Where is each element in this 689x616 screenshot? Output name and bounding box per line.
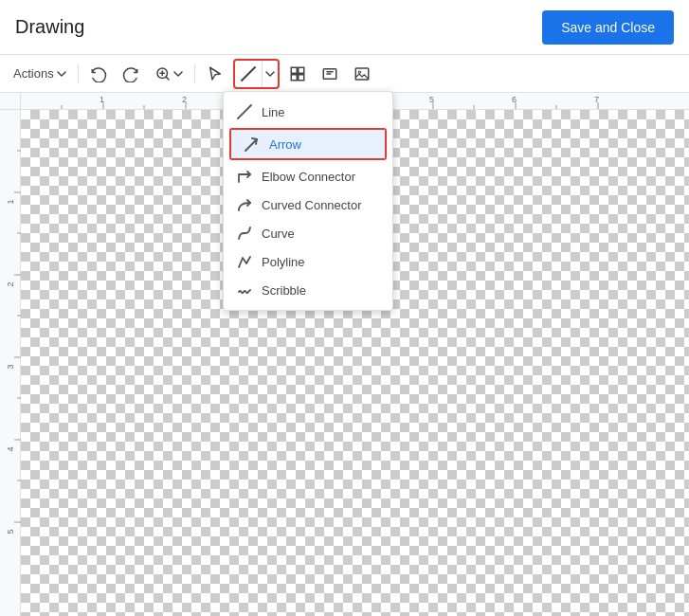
toolbar-divider-2 (194, 64, 195, 83)
svg-text:5: 5 (6, 529, 15, 534)
curved-connector-item-label: Curved Connector (262, 198, 362, 212)
dropdown-item-polyline[interactable]: Polyline (224, 247, 392, 276)
svg-rect-7 (355, 68, 369, 80)
svg-text:1: 1 (6, 199, 15, 204)
line-tool-group (233, 59, 280, 89)
toolbar-divider-1 (78, 64, 79, 83)
line-dropdown-menu: Line Arrow Elbow Con (223, 91, 393, 311)
shapes-icon (289, 65, 306, 82)
line-item-label: Line (262, 105, 285, 119)
actions-label: Actions (13, 66, 54, 81)
curve-icon (237, 226, 252, 241)
save-close-button[interactable]: Save and Close (542, 10, 674, 45)
line-icon (237, 104, 252, 119)
app-title: Drawing (15, 16, 84, 38)
arrow-item-wrapper: Arrow (229, 128, 387, 160)
redo-button[interactable] (117, 60, 145, 88)
svg-line-1 (242, 67, 255, 81)
svg-line-10 (245, 139, 257, 151)
line-diagonal-icon (240, 65, 257, 82)
svg-rect-5 (298, 74, 303, 80)
svg-line-9 (238, 105, 251, 118)
svg-text:6: 6 (512, 95, 517, 104)
zoom-chevron-icon (173, 69, 183, 79)
textbox-button[interactable] (316, 60, 344, 88)
svg-text:4: 4 (6, 446, 15, 451)
toolbar: Actions (0, 55, 689, 93)
elbow-connector-icon (237, 169, 252, 184)
svg-text:5: 5 (429, 95, 434, 104)
svg-text:7: 7 (594, 95, 599, 104)
svg-rect-4 (291, 74, 297, 80)
dropdown-item-arrow[interactable]: Arrow (231, 130, 385, 158)
actions-button[interactable]: Actions (8, 60, 72, 88)
curved-connector-icon (237, 197, 252, 212)
shapes-button[interactable] (283, 60, 312, 88)
svg-text:2: 2 (182, 95, 187, 104)
arrow-item-label: Arrow (269, 137, 301, 152)
redo-icon (122, 65, 139, 82)
undo-button[interactable] (84, 60, 113, 88)
textbox-icon (321, 65, 338, 82)
dropdown-item-curve[interactable]: Curve (224, 219, 392, 247)
actions-chevron-icon (57, 69, 66, 79)
image-icon (354, 65, 371, 82)
dropdown-item-scribble[interactable]: Scribble (224, 276, 392, 304)
dropdown-item-curved-connector[interactable]: Curved Connector (224, 190, 392, 219)
scribble-item-label: Scribble (262, 283, 306, 298)
zoom-icon (154, 65, 172, 82)
vertical-ruler: 1 2 3 4 5 (0, 110, 21, 616)
dropdown-item-line[interactable]: Line (224, 98, 392, 126)
polyline-item-label: Polyline (262, 255, 305, 269)
dropdown-item-elbow-connector[interactable]: Elbow Connector (224, 162, 392, 190)
svg-rect-2 (291, 67, 297, 73)
svg-point-8 (358, 71, 360, 73)
scribble-icon (237, 282, 252, 298)
image-button[interactable] (348, 60, 376, 88)
elbow-connector-item-label: Elbow Connector (262, 170, 355, 184)
zoom-button[interactable] (149, 60, 189, 88)
line-chevron-icon (265, 69, 275, 79)
curve-item-label: Curve (262, 226, 295, 241)
select-tool-button[interactable] (201, 60, 229, 88)
arrow-icon (245, 136, 260, 152)
line-dropdown-button[interactable] (262, 61, 278, 87)
ruler-corner (0, 93, 21, 110)
line-tool-button[interactable] (235, 61, 262, 87)
select-icon (207, 65, 224, 82)
svg-text:1: 1 (100, 95, 104, 104)
title-bar: Drawing Save and Close (0, 0, 689, 55)
svg-text:2: 2 (6, 281, 15, 286)
ruler-v-svg: 1 2 3 4 5 (0, 110, 21, 616)
undo-icon (90, 65, 107, 82)
svg-text:3: 3 (6, 364, 15, 369)
polyline-icon (237, 254, 252, 269)
svg-rect-3 (298, 67, 303, 73)
